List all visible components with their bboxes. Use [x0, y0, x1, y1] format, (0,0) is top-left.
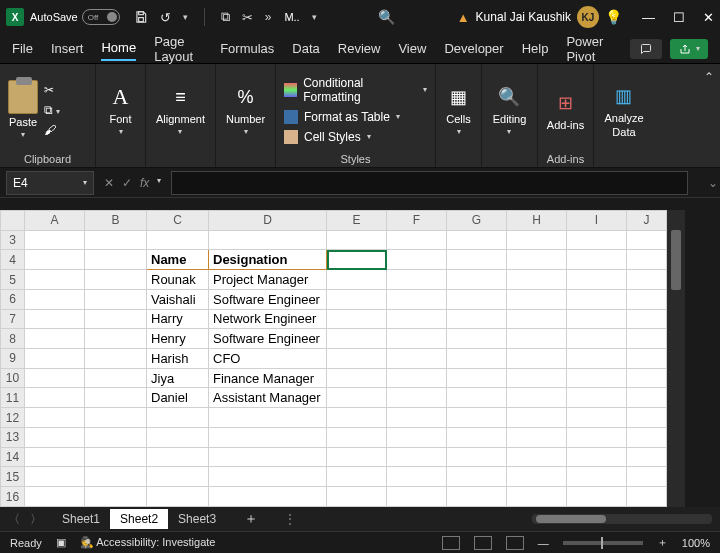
cell-I16[interactable] — [567, 487, 627, 507]
autosave-toggle[interactable]: AutoSave Off — [30, 9, 120, 25]
cell-J13[interactable] — [627, 427, 667, 447]
row-header-7[interactable]: 7 — [1, 309, 25, 329]
format-painter-button[interactable]: 🖌 — [44, 123, 60, 137]
cell-A13[interactable] — [25, 427, 85, 447]
cell-B4[interactable] — [85, 250, 147, 270]
cell-I9[interactable] — [567, 349, 627, 369]
sheet-nav-next[interactable]: 〉 — [30, 511, 42, 528]
cell-C13[interactable] — [147, 427, 209, 447]
tab-help[interactable]: Help — [522, 37, 549, 60]
page-layout-view-button[interactable] — [474, 536, 492, 550]
cell-D5[interactable]: Project Manager — [209, 270, 327, 290]
column-header-D[interactable]: D — [209, 211, 327, 231]
zoom-level[interactable]: 100% — [682, 537, 710, 549]
cell-J8[interactable] — [627, 329, 667, 349]
cell-I14[interactable] — [567, 447, 627, 467]
font-button[interactable]: A Font ▾ — [107, 83, 135, 136]
cell-H14[interactable] — [507, 447, 567, 467]
cell-I11[interactable] — [567, 388, 627, 408]
cell-H8[interactable] — [507, 329, 567, 349]
cut-icon[interactable]: ✂ — [242, 10, 253, 25]
cell-A11[interactable] — [25, 388, 85, 408]
column-header-G[interactable]: G — [447, 211, 507, 231]
cell-D14[interactable] — [209, 447, 327, 467]
cell-F6[interactable] — [387, 289, 447, 309]
close-icon[interactable]: ✕ — [703, 10, 714, 25]
cell-E3[interactable] — [327, 230, 387, 250]
row-header-13[interactable]: 13 — [1, 427, 25, 447]
tab-review[interactable]: Review — [338, 37, 381, 60]
copy-icon[interactable]: ⧉ — [221, 9, 230, 25]
cell-J7[interactable] — [627, 309, 667, 329]
cell-A6[interactable] — [25, 289, 85, 309]
row-header-5[interactable]: 5 — [1, 270, 25, 290]
column-header-C[interactable]: C — [147, 211, 209, 231]
vertical-scrollbar[interactable] — [667, 210, 685, 507]
cell-H10[interactable] — [507, 368, 567, 388]
column-header-F[interactable]: F — [387, 211, 447, 231]
cell-G3[interactable] — [447, 230, 507, 250]
cell-G14[interactable] — [447, 447, 507, 467]
cell-D12[interactable] — [209, 408, 327, 428]
tips-icon[interactable]: 💡 — [605, 9, 622, 25]
sheet-nav-prev[interactable]: 〈 — [8, 511, 20, 528]
cell-F5[interactable] — [387, 270, 447, 290]
row-header-16[interactable]: 16 — [1, 487, 25, 507]
undo-menu-caret[interactable]: ▾ — [183, 12, 188, 22]
cell-J9[interactable] — [627, 349, 667, 369]
cell-G13[interactable] — [447, 427, 507, 447]
cell-G7[interactable] — [447, 309, 507, 329]
cell-J6[interactable] — [627, 289, 667, 309]
cell-G12[interactable] — [447, 408, 507, 428]
cell-C3[interactable] — [147, 230, 209, 250]
cell-B6[interactable] — [85, 289, 147, 309]
cell-C12[interactable] — [147, 408, 209, 428]
cut-button[interactable]: ✂ — [44, 83, 60, 97]
new-sheet-button[interactable]: ＋ — [236, 510, 266, 528]
cell-F11[interactable] — [387, 388, 447, 408]
cell-J11[interactable] — [627, 388, 667, 408]
share-button[interactable]: ▾ — [670, 39, 708, 59]
number-button[interactable]: % Number ▾ — [226, 83, 265, 136]
cell-D4[interactable]: Designation — [209, 250, 327, 270]
cell-J16[interactable] — [627, 487, 667, 507]
page-break-view-button[interactable] — [506, 536, 524, 550]
cell-E5[interactable] — [327, 270, 387, 290]
row-header-4[interactable]: 4 — [1, 250, 25, 270]
editing-button[interactable]: 🔍 Editing ▾ — [493, 83, 527, 136]
cell-I7[interactable] — [567, 309, 627, 329]
cell-F12[interactable] — [387, 408, 447, 428]
cell-A7[interactable] — [25, 309, 85, 329]
horizontal-scrollbar[interactable] — [532, 514, 712, 524]
column-header-I[interactable]: I — [567, 211, 627, 231]
cell-A9[interactable] — [25, 349, 85, 369]
cell-J3[interactable] — [627, 230, 667, 250]
cell-E10[interactable] — [327, 368, 387, 388]
cell-I15[interactable] — [567, 467, 627, 487]
cell-B11[interactable] — [85, 388, 147, 408]
tab-insert[interactable]: Insert — [51, 37, 84, 60]
cell-A14[interactable] — [25, 447, 85, 467]
cell-styles-button[interactable]: Cell Styles ▾ — [284, 130, 427, 144]
tab-developer[interactable]: Developer — [444, 37, 503, 60]
column-header-A[interactable]: A — [25, 211, 85, 231]
cell-I12[interactable] — [567, 408, 627, 428]
cell-A3[interactable] — [25, 230, 85, 250]
cell-F7[interactable] — [387, 309, 447, 329]
column-header-H[interactable]: H — [507, 211, 567, 231]
cell-H16[interactable] — [507, 487, 567, 507]
cell-B3[interactable] — [85, 230, 147, 250]
cell-E14[interactable] — [327, 447, 387, 467]
comments-button[interactable] — [630, 39, 662, 59]
format-as-table-button[interactable]: Format as Table ▾ — [284, 110, 427, 124]
cell-G9[interactable] — [447, 349, 507, 369]
cell-E6[interactable] — [327, 289, 387, 309]
column-header-J[interactable]: J — [627, 211, 667, 231]
cell-I13[interactable] — [567, 427, 627, 447]
cell-C10[interactable]: Jiya — [147, 368, 209, 388]
cell-I10[interactable] — [567, 368, 627, 388]
cell-D16[interactable] — [209, 487, 327, 507]
cell-E4[interactable] — [327, 250, 387, 270]
analyze-data-button[interactable]: ▥ Analyze Data — [604, 82, 643, 138]
cell-H4[interactable] — [507, 250, 567, 270]
